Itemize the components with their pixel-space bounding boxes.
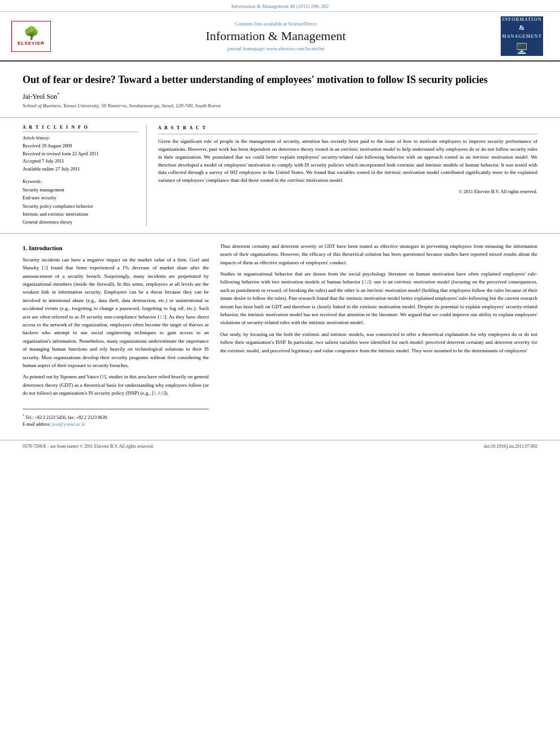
ref-12[interactable]: 12: [364, 279, 369, 285]
available-date: Available online 27 July 2011: [23, 165, 138, 173]
history-label: Article history:: [23, 136, 138, 141]
footnote-section: * Tel.: +82 2 2123 5456; fax: +82 2 2123…: [23, 409, 209, 429]
author-name-text: Jai-Yeol Son: [23, 93, 57, 101]
received-date: Received 29 August 2009: [23, 142, 138, 150]
keyword-1: Security management: [23, 186, 138, 194]
abstract-italic-1: extrinsic motivation model: [341, 146, 395, 152]
elsevier-logo: 🌳 ELSEVIER: [11, 21, 51, 52]
section-1-para-2: As pointed out by Siponen and Vance [9],…: [23, 373, 209, 397]
revised-date: Received in revised form 22 April 2011: [23, 150, 138, 158]
logo-line-2: &: [519, 23, 525, 33]
journal-title-header: Information & Management: [51, 29, 501, 43]
ref-9[interactable]: 9: [102, 374, 105, 379]
abstract-text: Given the significant role of people in …: [158, 138, 537, 185]
journal-logo-image: INFORMATION & MANAGEMENT 🖥️: [506, 21, 537, 52]
left-column: 1. Introduction Security incidents can h…: [23, 242, 209, 429]
section-1-para-1: Security incidents can have a negative i…: [23, 256, 209, 369]
footnote-email-address[interactable]: json@yonsei.ac.kr: [52, 422, 85, 427]
author-affiliation: School of Business, Yonsei University, 5…: [23, 103, 537, 108]
logo-line-3: MANAGEMENT: [502, 33, 541, 40]
journal-logo-box: INFORMATION & MANAGEMENT 🖥️: [501, 16, 543, 56]
keyword-2: End-user security: [23, 194, 138, 202]
journal-ref-bar: Information & Management 48 (2011) 296–3…: [0, 0, 560, 12]
logo-graphic: 🖥️: [515, 42, 528, 56]
footnote-tel: * Tel.: +82 2 2123 5456; fax: +82 2 2123…: [23, 413, 209, 421]
elsevier-brand-text: ELSEVIER: [18, 41, 45, 46]
article-title: Out of fear or desire? Toward a better u…: [23, 73, 537, 86]
keyword-5: General deterrence theory: [23, 218, 138, 226]
main-body: 1. Introduction Security incidents can h…: [0, 234, 560, 440]
ref-13[interactable]: 13: [159, 314, 164, 320]
journal-homepage-link[interactable]: journal homepage: www.elsevier.com/locat…: [51, 46, 501, 51]
logo-line-1: INFORMATION: [502, 16, 542, 23]
abstract-italic-2: intrinsic motivation model: [473, 154, 528, 160]
article-title-section: Out of fear or desire? Toward a better u…: [0, 62, 560, 118]
author-footnote-mark: *: [57, 92, 59, 97]
article-info-col: A R T I C L E I N F O Article history: R…: [23, 125, 147, 226]
section-1-right-para-2: Studies in organizational behavior that …: [220, 270, 537, 327]
footer-issn: 0378-7206/$ – see front matter © 2011 El…: [23, 444, 154, 449]
ref-3[interactable]: 3: [43, 265, 46, 270]
header-center: Contents lists available at ScienceDirec…: [51, 21, 501, 51]
abstract-col: A B S T R A C T Given the significant ro…: [158, 125, 537, 226]
section-1-heading: 1. Introduction: [23, 244, 209, 251]
copyright-line: © 2011 Elsevier B.V. All rights reserved…: [158, 188, 537, 195]
keywords-label: Keywords:: [23, 179, 138, 184]
abstract-label: A B S T R A C T: [158, 125, 537, 134]
footnote-email-label: E-mail address:: [23, 422, 52, 427]
footnote-tel-text: Tel.: +82 2 2123 5456; fax: +82 2 2123 8…: [25, 414, 108, 420]
intrinsic-model-label: intrinsic motivation model: [367, 287, 421, 293]
extrinsic-model-label: extrinsic motivation model: [395, 279, 450, 285]
abstract-italic-3: intrinsic: [384, 169, 401, 175]
article-history: Article history: Received 29 August 2009…: [23, 136, 138, 173]
author-name: Jai-Yeol Son*: [23, 92, 537, 101]
right-column: Thus deterrent certainty and deterrent s…: [220, 242, 537, 429]
article-info-label: A R T I C L E I N F O: [23, 125, 138, 132]
journal-header: 🌳 ELSEVIER Contents lists available at S…: [0, 12, 560, 62]
sciencedirect-link[interactable]: Contents lists available at ScienceDirec…: [51, 21, 501, 27]
footer-bar: 0378-7206/$ – see front matter © 2011 El…: [0, 440, 560, 452]
abstract-part-5: motivation model.: [305, 177, 343, 183]
keywords-section: Keywords: Security management End-user s…: [23, 179, 138, 226]
accepted-date: Accepted 7 July 2011: [23, 158, 138, 165]
keyword-4: Intrinsic and extrinsic motivations: [23, 210, 138, 218]
keyword-3: Security policy compliance behavior: [23, 202, 138, 210]
section-1-right-para-1: Thus deterrent certainty and deterrent s…: [220, 242, 537, 267]
footnote-email: E-mail address: json@yonsei.ac.kr: [23, 421, 209, 429]
info-abstract-section: A R T I C L E I N F O Article history: R…: [0, 118, 560, 234]
footer-doi[interactable]: doi:10.1016/j.im.2011.07.002: [484, 444, 537, 449]
ref-1-4-6[interactable]: 1,4,6: [154, 390, 164, 396]
footnote-star: *: [23, 413, 24, 417]
section-1-right-para-3: Our study, by focusing on the both the e…: [220, 330, 537, 355]
header-left: 🌳 ELSEVIER: [11, 21, 51, 52]
abstract-italic-4: extrinsic: [287, 177, 305, 183]
elsevier-tree-icon: 🌳: [24, 27, 39, 40]
